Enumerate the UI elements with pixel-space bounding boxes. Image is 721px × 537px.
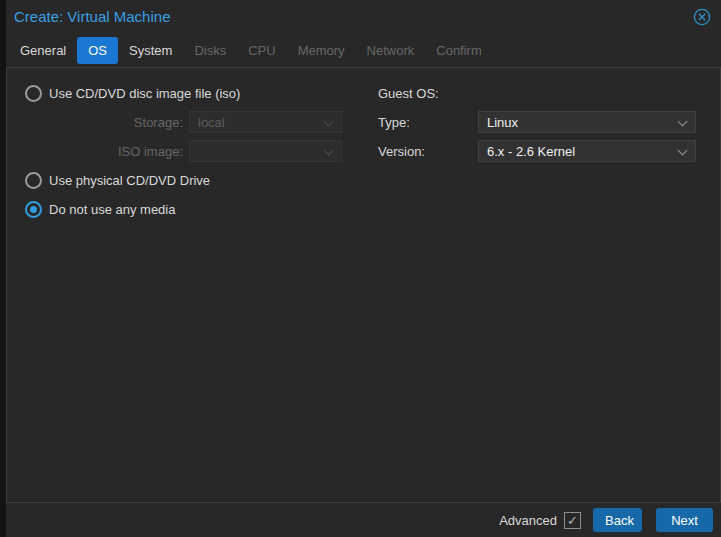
wizard-tabbar: General OS System Disks CPU Memory Netwo…: [6, 33, 721, 68]
guest-os-heading: Guest OS:: [378, 86, 439, 101]
iso-image-select: [189, 140, 342, 162]
os-type-label: Type:: [372, 115, 472, 130]
tab-general[interactable]: General: [9, 37, 77, 64]
os-type-value: Linux: [487, 115, 518, 130]
radio-circle-icon[interactable]: [25, 85, 42, 102]
iso-image-row: ISO image:: [7, 140, 367, 162]
storage-value: local: [198, 115, 225, 130]
chevron-down-icon: [324, 146, 334, 156]
create-vm-dialog: Create: Virtual Machine General OS Syste…: [6, 0, 721, 537]
radio-physical-drive[interactable]: Use physical CD/DVD Drive: [7, 169, 367, 191]
os-version-value: 6.x - 2.6 Kernel: [487, 144, 575, 159]
guest-os-heading-row: Guest OS:: [372, 82, 716, 104]
storage-row: Storage: local: [7, 111, 367, 133]
radio-no-media[interactable]: Do not use any media: [7, 198, 367, 220]
os-version-label: Version:: [372, 144, 472, 159]
os-tab-panel: Use CD/DVD disc image file (iso) Storage…: [6, 68, 721, 503]
tab-confirm: Confirm: [425, 37, 493, 64]
iso-image-label: ISO image:: [7, 144, 183, 159]
tab-memory: Memory: [287, 37, 356, 64]
tab-system[interactable]: System: [118, 37, 183, 64]
chevron-down-icon: [678, 117, 688, 127]
os-version-row: Version: 6.x - 2.6 Kernel: [372, 140, 716, 162]
tab-cpu: CPU: [237, 37, 286, 64]
advanced-checkbox[interactable]: ✓: [564, 512, 581, 529]
radio-circle-selected-icon[interactable]: [25, 201, 42, 218]
os-type-row: Type: Linux: [372, 111, 716, 133]
radio-circle-icon[interactable]: [25, 172, 42, 189]
advanced-label: Advanced: [499, 513, 557, 528]
storage-label: Storage:: [7, 115, 183, 130]
storage-select: local: [189, 111, 342, 133]
chevron-down-icon: [324, 117, 334, 127]
media-column: Use CD/DVD disc image file (iso) Storage…: [7, 82, 367, 227]
back-button[interactable]: Back: [593, 508, 642, 532]
chevron-down-icon: [678, 146, 688, 156]
checkmark-icon: ✓: [567, 514, 578, 527]
os-version-select[interactable]: 6.x - 2.6 Kernel: [478, 140, 696, 162]
close-icon[interactable]: [693, 8, 711, 26]
os-type-select[interactable]: Linux: [478, 111, 696, 133]
radio-physical-drive-label: Use physical CD/DVD Drive: [49, 173, 210, 188]
tab-os[interactable]: OS: [77, 37, 118, 64]
guest-os-column: Guest OS: Type: Linux Version: 6.x - 2.6…: [372, 82, 716, 169]
tab-disks: Disks: [183, 37, 237, 64]
next-button[interactable]: Next: [656, 508, 713, 532]
radio-no-media-label: Do not use any media: [49, 202, 175, 217]
dialog-title: Create: Virtual Machine: [14, 8, 693, 25]
dialog-footer: Advanced ✓ Back Next: [6, 503, 721, 537]
dialog-titlebar: Create: Virtual Machine: [6, 0, 721, 33]
tab-network: Network: [356, 37, 426, 64]
radio-use-iso[interactable]: Use CD/DVD disc image file (iso): [7, 82, 367, 104]
radio-use-iso-label: Use CD/DVD disc image file (iso): [49, 86, 240, 101]
